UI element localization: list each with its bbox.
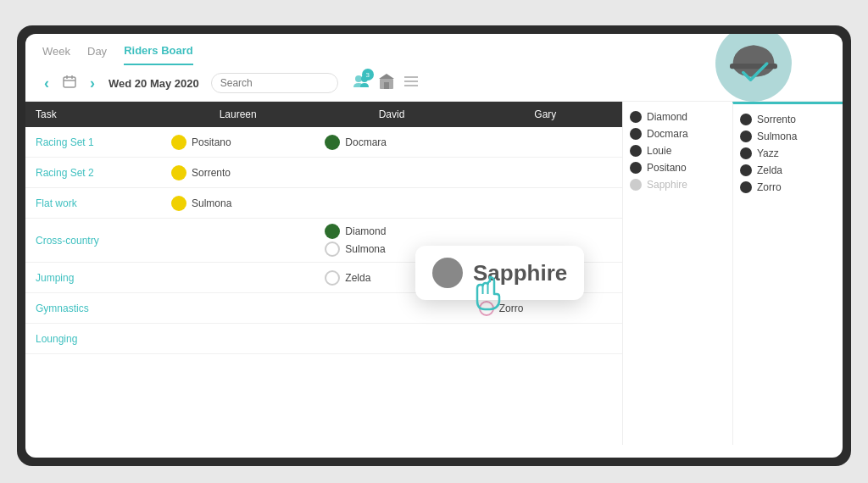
tab-day[interactable]: Day [87, 45, 107, 64]
horse-name: Yazz [757, 147, 779, 159]
cell-laureen-7 [161, 334, 314, 344]
next-button[interactable]: › [85, 73, 100, 94]
horse-name: Sorrento [757, 114, 796, 125]
svg-marker-8 [379, 74, 394, 79]
calendar-icon [63, 75, 76, 88]
panel-horse-item[interactable]: Diamond [630, 108, 726, 125]
horse-dot [325, 270, 340, 286]
task-label[interactable]: Jumping [25, 265, 161, 291]
table-row: Racing Set 1 Positano Docmara [25, 127, 622, 158]
panel-horse-item[interactable]: Yazz [740, 145, 836, 162]
cell-david-6 [314, 303, 468, 314]
task-label[interactable]: Racing Set 1 [25, 130, 161, 155]
hamburger-icon [403, 73, 420, 90]
horse-item[interactable]: Sulmona [171, 196, 304, 211]
horse-name: Sorrento [192, 167, 231, 179]
panel-horse-item[interactable]: Zelda [740, 162, 836, 179]
task-label[interactable]: Lounging [25, 326, 161, 352]
cell-gary-7 [469, 334, 622, 344]
horse-item[interactable]: Positano [171, 135, 304, 150]
left-horse-panel: Diamond Docmara Louie Positano Sapphire [622, 102, 732, 445]
horse-item[interactable]: Sorrento [171, 165, 304, 180]
header-david: David [314, 102, 468, 127]
cell-david-1: Docmara [314, 130, 468, 155]
horse-name: Docmara [647, 128, 688, 140]
horse-name: Positano [192, 136, 231, 148]
svg-rect-2 [64, 77, 75, 87]
calendar-button[interactable] [63, 75, 76, 92]
header-gary: Gary [469, 102, 622, 127]
users-badge: 3 [362, 69, 374, 80]
horse-name: Zelda [757, 164, 782, 176]
horse-dot [171, 135, 186, 150]
header-laureen: Laureen [161, 102, 314, 127]
horse-name: Zorro [757, 181, 782, 193]
date-display: Wed 20 May 2020 [108, 77, 199, 90]
panel-horse-item[interactable]: Louie [630, 142, 726, 159]
cell-gary-2 [469, 168, 622, 178]
horse-name: Positano [647, 162, 687, 174]
horse-item[interactable]: Diamond [325, 224, 458, 239]
task-label[interactable]: Flat work [25, 191, 161, 216]
horse-name: Docmara [345, 136, 387, 148]
search-input[interactable] [211, 73, 338, 93]
task-label[interactable]: Cross-country [25, 228, 161, 253]
horse-dot [630, 162, 642, 174]
cell-gary-1 [469, 137, 622, 147]
horse-item[interactable]: Docmara [325, 135, 458, 150]
horse-dot [740, 164, 752, 176]
svg-rect-1 [730, 64, 777, 69]
horse-dot [325, 135, 340, 150]
horse-dot [740, 181, 752, 193]
table-row: Lounging [25, 324, 622, 354]
task-label[interactable]: Racing Set 2 [25, 160, 161, 186]
hand-cursor-icon [475, 275, 505, 311]
cell-laureen-4 [161, 236, 314, 246]
cell-gary-4 [469, 236, 622, 246]
horse-dot [630, 145, 642, 157]
panel-horse-item[interactable]: Zorro [740, 179, 836, 196]
table-row: Racing Set 2 Sorrento [25, 158, 622, 188]
tab-week[interactable]: Week [42, 45, 70, 64]
barn-icon [377, 72, 396, 91]
users-icon-button[interactable]: 3 [352, 72, 370, 94]
right-horse-panel: Sorrento Sulmona Yazz Zelda Zorro [732, 102, 843, 445]
cell-david-3 [314, 198, 468, 208]
horse-name: Diamond [647, 111, 687, 123]
horse-name: Sulmona [757, 130, 797, 142]
horse-name: Zelda [345, 272, 370, 284]
cursor-hand [475, 275, 505, 317]
cell-gary-3 [469, 198, 622, 208]
horse-name: Louie [647, 145, 671, 157]
task-label[interactable]: Gymnastics [25, 296, 161, 321]
tab-riders-board[interactable]: Riders Board [124, 44, 193, 65]
horse-name: Diamond [345, 225, 386, 237]
horse-dot [325, 224, 340, 239]
cell-laureen-3: Sulmona [161, 191, 314, 216]
svg-rect-10 [384, 82, 389, 89]
panel-horse-item-sapphire[interactable]: Sapphire [630, 176, 726, 193]
horse-dot [740, 147, 752, 159]
main-panel: Week Day Riders Board ‹ › Wed 20 May 202… [25, 34, 843, 458]
prev-button[interactable]: ‹ [39, 73, 54, 94]
menu-icon-button[interactable] [403, 73, 420, 93]
main-content: Task Laureen David Gary Racing Set 1 Pos… [25, 102, 843, 445]
horse-name: Sulmona [192, 197, 231, 209]
barn-icon-button[interactable] [377, 72, 396, 94]
panel-horse-item[interactable]: Positano [630, 159, 726, 176]
cell-david-7 [314, 334, 468, 344]
app-window: Week Day Riders Board ‹ › Wed 20 May 202… [17, 25, 851, 466]
horse-dot [630, 128, 642, 140]
helmet-icon [724, 34, 783, 93]
panel-horse-item[interactable]: Sorrento [740, 111, 836, 128]
cell-laureen-5 [161, 273, 314, 283]
panel-horse-item[interactable]: Docmara [630, 125, 726, 142]
horse-dot [630, 179, 642, 191]
horse-dot [740, 130, 752, 142]
horse-dot [171, 196, 186, 211]
horse-dot [740, 114, 752, 125]
horse-name: Sulmona [345, 243, 385, 255]
toolbar-icons: 3 [352, 72, 420, 94]
header-task: Task [25, 102, 161, 127]
panel-horse-item[interactable]: Sulmona [740, 128, 836, 145]
